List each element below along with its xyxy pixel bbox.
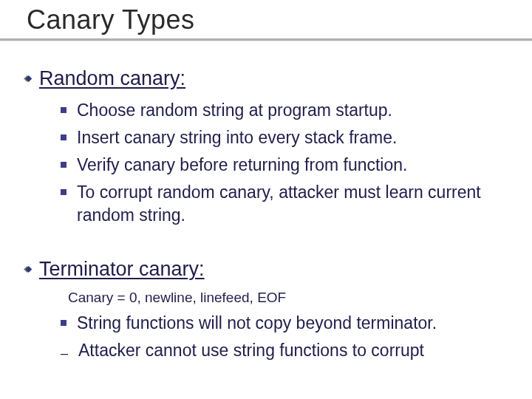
section-heading: Terminator canary: xyxy=(22,258,510,281)
bullet-list: Choose random string at program startup.… xyxy=(22,99,510,227)
square-bullet-icon xyxy=(61,107,66,113)
square-bullet-icon xyxy=(61,134,66,140)
diamond-bullet-icon xyxy=(22,265,32,274)
section-heading-text: Terminator canary: xyxy=(39,258,205,281)
slide: Canary Types Random canary: Choose rando… xyxy=(0,1,532,399)
list-item: Verify canary before returning from func… xyxy=(61,154,510,177)
list-item: String functions will not copy beyond te… xyxy=(61,312,510,335)
square-bullet-icon xyxy=(61,320,66,326)
list-item-text: Verify canary before returning from func… xyxy=(77,154,407,177)
section-heading-text: Random canary: xyxy=(39,67,185,90)
list-item-text: Choose random string at program startup. xyxy=(77,99,392,122)
square-bullet-icon xyxy=(61,162,66,168)
section-heading: Random canary: xyxy=(22,67,510,90)
list-item: Choose random string at program startup. xyxy=(61,99,510,122)
diamond-bullet-icon xyxy=(22,74,32,83)
dash-bullet-icon: – xyxy=(61,347,68,360)
list-item-partial: – Attacker cannot use string functions t… xyxy=(22,339,510,362)
square-bullet-icon xyxy=(61,189,66,195)
list-item: Insert canary string into every stack fr… xyxy=(61,126,510,149)
list-item-text: Attacker cannot use string functions to … xyxy=(78,339,424,362)
list-item-text: String functions will not copy beyond te… xyxy=(77,312,437,335)
list-item-text: Insert canary string into every stack fr… xyxy=(77,126,397,149)
bullet-list: String functions will not copy beyond te… xyxy=(22,312,510,335)
title-bar: Canary Types xyxy=(0,1,532,41)
code-text: Canary = 0, newline, linefeed, EOF xyxy=(68,290,286,305)
slide-title: Canary Types xyxy=(27,4,532,35)
list-item: To corrupt random canary, attacker must … xyxy=(61,181,510,227)
code-line: Canary = 0, newline, linefeed, EOF xyxy=(22,290,510,306)
list-item-text: To corrupt random canary, attacker must … xyxy=(77,181,510,227)
slide-body: Random canary: Choose random string at p… xyxy=(0,41,532,362)
